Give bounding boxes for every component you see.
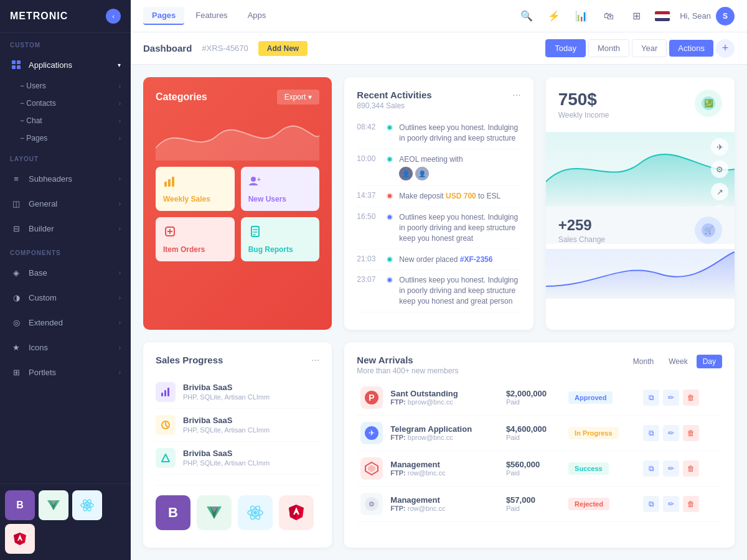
app-ftp-0: FTP: bprow@bnc.cc (390, 398, 499, 406)
portlets-label: Portlets (29, 368, 119, 377)
star-icon[interactable]: ☆ (711, 205, 728, 207)
search-icon[interactable]: 🔍 (518, 7, 535, 25)
applications-expand-icon: ▾ (118, 62, 121, 68)
arrivals-tab-day[interactable]: Day (697, 355, 722, 368)
weekly-sales-icon (163, 174, 227, 191)
angular-icon[interactable] (5, 524, 35, 554)
content-area: Categories Export ▾ Weekly Sales (131, 65, 747, 560)
delete-btn-2[interactable]: 🗑 (683, 460, 699, 477)
sidebar-item-builder[interactable]: ⊟ Builder › (0, 216, 131, 241)
delete-btn-0[interactable]: 🗑 (683, 390, 699, 406)
vue-icon[interactable] (39, 490, 68, 520)
sales-progress-menu[interactable]: ··· (311, 355, 319, 366)
sidebar-item-extended[interactable]: ◎ Extended › (0, 310, 131, 335)
arrivals-tab-week[interactable]: Week (662, 355, 693, 368)
chart-icon[interactable]: 📊 (573, 7, 590, 25)
applications-label: Applications (29, 60, 118, 70)
sidebar-item-pages[interactable]: − Pages › (20, 129, 131, 147)
weekly-sales-label: Weekly Sales (163, 195, 227, 203)
copy-btn-1[interactable]: ⧉ (643, 425, 659, 441)
user-avatar[interactable]: S (716, 7, 735, 26)
month-button[interactable]: Month (588, 39, 629, 57)
bootstrap-icon[interactable]: B (5, 490, 35, 520)
sidebar-item-icons[interactable]: ★ Icons › (0, 335, 131, 360)
grid-icon[interactable]: ⊞ (627, 7, 645, 25)
sidebar-collapse-btn[interactable]: ‹ (106, 9, 121, 24)
activities-menu-icon[interactable]: ··· (512, 90, 520, 101)
delete-btn-1[interactable]: 🗑 (683, 425, 699, 441)
category-weekly-sales[interactable]: Weekly Sales (156, 167, 235, 211)
activity-item-2103: 21:03 New order placed #XF-2356 (357, 250, 520, 271)
sidebar-item-portlets[interactable]: ⊞ Portlets › (0, 360, 131, 385)
status-badge-1: In Progress (568, 427, 619, 439)
sidebar-item-chat[interactable]: − Chat › (20, 112, 131, 129)
sidebar-item-applications[interactable]: Applications ▾ (0, 52, 131, 77)
copy-btn-0[interactable]: ⧉ (643, 390, 659, 406)
amount-3: $57,000 (506, 495, 561, 505)
topnav-link-features[interactable]: Features (187, 7, 236, 25)
actions-button[interactable]: Actions (669, 40, 713, 57)
amount-1: $4,600,000 (506, 424, 561, 434)
sidebar-item-users[interactable]: − Users › (20, 77, 131, 95)
add-icon[interactable]: + (716, 39, 735, 58)
cart-icon[interactable]: 🛍 (600, 7, 618, 25)
category-new-users[interactable]: + New Users (241, 167, 320, 211)
svg-text:✈: ✈ (369, 429, 375, 437)
arrivals-card: New Arrivals More than 400+ new members … (344, 342, 735, 548)
react-icon[interactable] (72, 490, 102, 520)
edit-btn-2[interactable]: ✏ (663, 460, 679, 477)
sales-change-icon: 🛒 (695, 217, 722, 244)
sidebar-item-general[interactable]: ◫ General › (0, 191, 131, 216)
settings-icon[interactable]: ⚙ (711, 161, 728, 178)
copy-btn-2[interactable]: ⧉ (643, 460, 659, 477)
category-item-orders[interactable]: Item Orders (156, 217, 235, 261)
today-button[interactable]: Today (545, 39, 586, 57)
export-button[interactable]: Export ▾ (277, 90, 320, 105)
base-arrow: › (119, 269, 121, 276)
svg-rect-13 (19, 538, 21, 539)
lightning-icon[interactable]: ⚡ (545, 7, 563, 25)
builder-icon: ⊟ (10, 222, 22, 235)
extended-icon: ◎ (10, 316, 22, 329)
vue-logo[interactable] (197, 495, 232, 530)
topnav-link-pages[interactable]: Pages (143, 7, 184, 25)
edit-btn-1[interactable]: ✏ (663, 425, 679, 441)
year-button[interactable]: Year (632, 39, 667, 57)
arrivals-row-3: ⚙ Management FTP: row@bnc.cc $57,000 Pai… (357, 486, 722, 521)
subheaders-arrow: › (119, 175, 121, 182)
activity-item-2307: 23:07 Outlines keep you honest. Indulgin… (357, 270, 520, 312)
category-bug-reports[interactable]: Bug Reports (241, 217, 320, 261)
sidebar-item-base[interactable]: ◈ Base › (0, 260, 131, 285)
user-menu[interactable]: Hi, Sean S (680, 7, 735, 26)
copy-btn-3[interactable]: ⧉ (643, 496, 659, 512)
app-name-3: Management (390, 495, 499, 505)
delete-btn-3[interactable]: 🗑 (683, 496, 699, 512)
export-chevron-icon: ▾ (308, 93, 312, 101)
action-icons-3: ⧉ ✏ 🗑 (643, 496, 718, 512)
general-icon: ◫ (10, 197, 22, 210)
app-icon-2 (360, 457, 383, 480)
language-flag[interactable] (655, 11, 670, 21)
chart-type-icon[interactable]: ↗ (711, 183, 728, 200)
pages-arrow: › (119, 135, 121, 142)
send-icon[interactable]: ✈ (711, 138, 728, 156)
add-new-button[interactable]: Add New (258, 41, 308, 56)
status-badge-3: Rejected (568, 498, 609, 510)
react-logo[interactable] (238, 495, 273, 530)
sidebar-item-contacts[interactable]: − Contacts › (20, 95, 131, 112)
subheaders-label: Subheaders (29, 174, 119, 184)
chat-arrow: › (119, 118, 121, 124)
angular-logo[interactable] (279, 495, 314, 530)
page-title: Dashboard (143, 43, 192, 54)
categories-title: Categories (156, 91, 207, 103)
arrivals-tab-month[interactable]: Month (627, 355, 660, 368)
subheaders-icon: ≡ (10, 172, 22, 185)
bootstrap-logo[interactable]: B (156, 495, 190, 530)
edit-btn-3[interactable]: ✏ (663, 496, 679, 512)
sidebar-item-custom[interactable]: ◑ Custom › (0, 285, 131, 310)
progress-info-0: Briviba SaaS PHP, SQLite, Artisan CLImm (183, 383, 319, 401)
sidebar-item-subheaders[interactable]: ≡ Subheaders › (0, 166, 131, 191)
applications-icon (10, 58, 22, 71)
edit-btn-0[interactable]: ✏ (663, 390, 679, 406)
topnav-link-apps[interactable]: Apps (239, 7, 275, 25)
